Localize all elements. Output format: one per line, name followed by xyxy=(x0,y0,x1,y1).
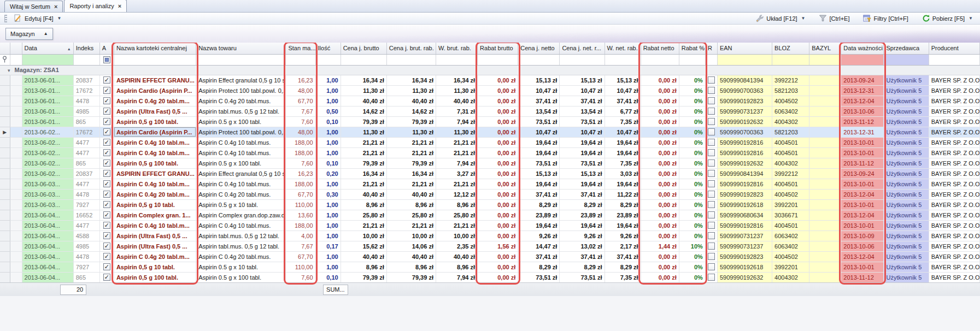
cell-a[interactable]: ✓ xyxy=(99,199,114,210)
cell-rp[interactable]: 0% xyxy=(679,189,705,199)
cell-wnr[interactable]: 19,64 zł xyxy=(605,147,641,158)
cell-rp[interactable]: 0% xyxy=(679,272,705,282)
cell-sprz[interactable]: Użytkownik 5 xyxy=(884,147,929,158)
cell-cjb[interactable]: 14,62 zł xyxy=(341,106,386,116)
cell-kartoteka[interactable]: Aspirin (Ultra Fast) 0,5 ... xyxy=(114,241,196,251)
cell-kartoteka[interactable]: Aspirin 0,5 g 100 tabl. xyxy=(114,272,196,282)
cell-prod[interactable]: BAYER SP. Z O.O. xyxy=(929,168,979,179)
cell-stan[interactable]: 67,70 xyxy=(286,189,315,199)
cell-wnr[interactable]: 7,35 zł xyxy=(605,158,641,168)
cell-rn[interactable]: 0,00 zł xyxy=(641,96,679,106)
cell-rp[interactable]: 0% xyxy=(679,168,705,179)
cell-data[interactable]: 2013-06-01... xyxy=(22,96,73,106)
cell-cjb[interactable]: 8,96 zł xyxy=(341,262,386,272)
cell-indeks[interactable]: 4478 xyxy=(73,251,99,262)
close-icon[interactable]: × xyxy=(54,4,57,9)
cell-towar[interactable]: Aspirin C 0.4g 10 tabl.mus. xyxy=(196,179,286,189)
row-indicator[interactable] xyxy=(0,137,10,147)
cell-rn[interactable]: 0,00 zł xyxy=(641,251,679,262)
cell-wbr[interactable]: 21,21 zł xyxy=(436,220,477,230)
cell-ilosc[interactable]: 1,00 xyxy=(315,220,341,230)
cell-rb[interactable]: 0,00 zł xyxy=(478,251,518,262)
cell-wbr[interactable]: 10,00 zł xyxy=(436,230,477,241)
cell-prod[interactable]: BAYER SP. Z O.O. xyxy=(929,272,979,282)
cell-sprz[interactable]: Użytkownik 5 xyxy=(884,189,929,199)
cell-kartoteka[interactable]: Aspirin 0,5 g 10 tabl. xyxy=(114,199,196,210)
cell-rb[interactable]: 0,00 zł xyxy=(478,220,518,230)
cell-cjbr[interactable]: 11,30 zł xyxy=(386,127,436,137)
table-row[interactable]: 2013-06-03...4477✓Aspirin C 0.4g 10 tabl… xyxy=(0,179,980,189)
filter-cell-dw[interactable] xyxy=(841,54,884,65)
row-indicator[interactable] xyxy=(0,75,10,85)
group-by-magazyn-button[interactable]: Magazyn ▲ xyxy=(5,28,53,40)
cell-ilosc[interactable]: 1,00 xyxy=(315,137,341,147)
cell-sprz[interactable]: Użytkownik 5 xyxy=(884,158,929,168)
cell-kartoteka[interactable]: Aspirin C 0.4g 10 tabl.m... xyxy=(114,220,196,230)
cell-indeks[interactable]: 4478 xyxy=(73,96,99,106)
filter-cell-kartoteka[interactable] xyxy=(114,54,196,65)
cell-a[interactable]: ✓ xyxy=(99,85,114,96)
cell-rp[interactable]: 10% xyxy=(679,241,705,251)
cell-wnr[interactable]: 10,47 zł xyxy=(605,127,641,137)
cell-cjnr[interactable]: 19,64 zł xyxy=(560,179,605,189)
cell-data[interactable]: 2013-06-02... xyxy=(22,147,73,158)
cell-rn[interactable]: 0,00 zł xyxy=(641,137,679,147)
cell-prod[interactable]: BAYER SP. Z O.O. xyxy=(929,262,979,272)
checkbox-indeterminate[interactable] xyxy=(103,56,110,63)
cell-dw[interactable]: 2013-09-24 xyxy=(841,168,884,179)
cell-rb[interactable]: 0,00 zł xyxy=(478,210,518,220)
cell-wbr[interactable]: 3,27 zł xyxy=(436,168,477,179)
cell-cjb[interactable]: 25,80 zł xyxy=(341,210,386,220)
sum-button[interactable]: SUM... xyxy=(323,285,348,295)
table-row[interactable]: 2013-06-04...4477✓Aspirin C 0.4g 10 tabl… xyxy=(0,220,980,230)
cell-dw[interactable]: 2013-12-31 xyxy=(841,85,884,96)
cell-a[interactable]: ✓ xyxy=(99,137,114,147)
filters-button[interactable]: Filtry [Ctrl+F] xyxy=(860,14,911,23)
cell-wnr[interactable]: 10,47 zł xyxy=(605,85,641,96)
cell-towar[interactable]: Aspirin Effect granulat 0,5 g 10 s... xyxy=(196,168,286,179)
cell-sprz[interactable]: Użytkownik 5 xyxy=(884,251,929,262)
checkbox-unchecked[interactable] xyxy=(708,274,715,281)
cell-ilosc[interactable]: 0,17 xyxy=(315,241,341,251)
cell-prod[interactable]: BAYER SP. Z O.O. xyxy=(929,158,979,168)
cell-a[interactable]: ✓ xyxy=(99,210,114,220)
filter-cell-cjb[interactable] xyxy=(341,54,386,65)
filter-cell-ean[interactable] xyxy=(717,54,772,65)
table-row[interactable]: 2013-06-02...20837✓ASPIRIN EFFECT GRANU.… xyxy=(0,168,980,179)
cell-ean[interactable]: 5909990192816 xyxy=(717,147,772,158)
cell-cjbr[interactable]: 79,39 zł xyxy=(386,116,436,127)
cell-cjbr[interactable]: 8,96 zł xyxy=(386,199,436,210)
cell-bloz[interactable]: 4004501 xyxy=(772,137,809,147)
cell-r[interactable] xyxy=(705,241,717,251)
cell-cjbr[interactable]: 40,40 zł xyxy=(386,189,436,199)
checkbox-checked[interactable]: ✓ xyxy=(103,211,110,218)
cell-wnr[interactable]: 2,17 zł xyxy=(605,241,641,251)
cell-rp[interactable]: 0% xyxy=(679,127,705,137)
cell-sprz[interactable]: Użytkownik 5 xyxy=(884,85,929,96)
cell-prod[interactable]: BAYER SP. Z O.O. xyxy=(929,137,979,147)
cell-rn[interactable]: 0,00 zł xyxy=(641,85,679,96)
cell-stan[interactable]: 110,00 xyxy=(286,262,315,272)
cell-stan[interactable]: 188,00 xyxy=(286,220,315,230)
cell-bazyl[interactable] xyxy=(809,251,841,262)
checkbox-checked[interactable]: ✓ xyxy=(103,159,110,167)
cell-wnr[interactable]: 37,41 zł xyxy=(605,96,641,106)
cell-bazyl[interactable] xyxy=(809,189,841,199)
cell-cjb[interactable]: 21,21 zł xyxy=(341,147,386,158)
cell-ilosc[interactable]: 1,00 xyxy=(315,179,341,189)
cell-prod[interactable]: BAYER SP. Z O.O. xyxy=(929,251,979,262)
cell-sprz[interactable]: Użytkownik 5 xyxy=(884,272,929,282)
cell-r[interactable] xyxy=(705,230,717,241)
cell-stan[interactable]: 67,70 xyxy=(286,251,315,262)
cell-r[interactable] xyxy=(705,220,717,230)
tab-witaj-w-sertum[interactable]: Witaj w Sertum × xyxy=(4,1,63,12)
filter-cell-cjn[interactable] xyxy=(518,54,560,65)
cell-indeks[interactable]: 7927 xyxy=(73,199,99,210)
checkbox-checked[interactable]: ✓ xyxy=(103,253,110,260)
cell-cjbr[interactable]: 16,34 zł xyxy=(386,168,436,179)
cell-a[interactable]: ✓ xyxy=(99,147,114,158)
cell-a[interactable]: ✓ xyxy=(99,189,114,199)
cell-kartoteka[interactable]: Aspirin C 0.4g 20 tabl.m... xyxy=(114,251,196,262)
cell-bazyl[interactable] xyxy=(809,158,841,168)
cell-cjn[interactable]: 37,41 zł xyxy=(518,189,560,199)
